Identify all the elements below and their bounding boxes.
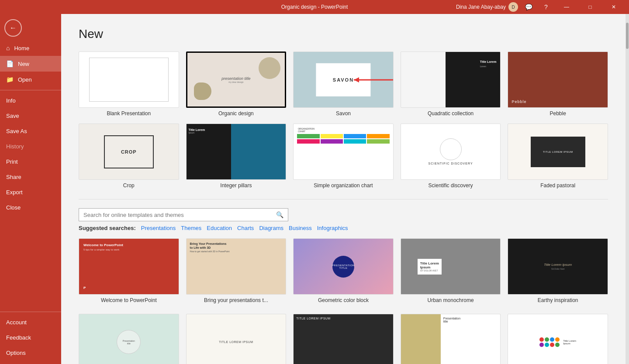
sidebar-item-open[interactable]: 📁 Open [0,72,61,87]
open-icon: 📁 [6,76,14,83]
search-section: 🔍 Suggested searches: Presentations Them… [79,208,608,231]
template-botanical[interactable]: Presentationtitle Botanical [79,314,179,364]
sidebar-divider-2 [0,312,61,312]
organic-circle1 [259,57,280,79]
suggested-business[interactable]: Business [289,225,312,231]
template-colorful[interactable]: Title LoremIpsum Colorful [508,314,608,364]
template-thumb-scientific: SCIENTIFIC DISCOVERY [401,124,501,180]
sidebar-item-label: Open [18,76,32,83]
template-scientific[interactable]: SCIENTIFIC DISCOVERY Scientific discover… [401,124,501,189]
suggested-infographics[interactable]: Infographics [317,225,348,231]
search-input[interactable] [83,212,276,218]
organic-text: presentation title [221,76,250,81]
sidebar-item-options[interactable]: Options [0,345,61,361]
dot-cyan [545,343,549,347]
template-thumb-pres: Presentationtitle [401,314,501,364]
template-crop[interactable]: CROP Crop [79,124,179,189]
organic-circle2 [194,82,211,100]
template-label-savon: Savon [293,110,394,117]
close-label: Close [6,204,21,211]
arrow-indicator [349,76,394,84]
sidebar-item-save[interactable]: Save [0,108,61,124]
template-label-blank: Blank Presentation [79,110,179,117]
suggested-searches: Suggested searches: Presentations Themes… [79,225,608,231]
template-faded[interactable]: TITLE LOREM IPSUM Faded pastoral [508,124,608,189]
scroll-thumb[interactable] [626,23,629,49]
feedback-label: Feedback [6,334,31,341]
template-earthy[interactable]: Title Lorem Ipsum Sit Dolor Avet Earthy … [508,238,608,303]
welcome-title: Welcome to PowerPoint [83,243,123,247]
back-button[interactable]: ← [4,19,22,37]
template-dog[interactable]: TITLE LOREM IPSUM Dark [293,314,394,364]
sidebar-item-info[interactable]: Info [0,93,61,108]
minimize-button[interactable]: — [556,0,577,14]
geo-text: PRESENTATIONTITLE [332,264,355,269]
pres-inner: Presentationtitle [441,314,501,364]
faded-dark: TITLE LOREM IPSUM [531,137,585,167]
sidebar-item-new[interactable]: 📄 New [0,56,61,72]
template-quadratic[interactable]: Title Lorem Lorem Quadratic collection [401,52,501,117]
dot-red2 [550,343,554,347]
suggested-themes[interactable]: Themes [181,225,201,231]
help-icon[interactable]: ? [539,0,553,14]
template-pebble[interactable]: Pebble Pebble [508,52,608,117]
suggested-education[interactable]: Education [207,225,232,231]
sidebar-item-close[interactable]: Close [0,200,61,215]
template-welcome[interactable]: Welcome to PowerPoint 5 tips for a simpl… [79,238,179,303]
template-integer[interactable]: Title Lorem Ipsum Integer pillars [186,124,287,189]
close-button[interactable]: ✕ [604,0,624,14]
user-name: Dina Jane Abay-abay [456,4,506,10]
scrollbar[interactable] [626,14,629,364]
sidebar-item-account[interactable]: Account [0,315,61,330]
sidebar-item-print[interactable]: Print [0,154,61,169]
main-content: New Blank Presentation presentation titl… [61,14,626,364]
3d-title2: to Life with 3D [190,246,211,249]
3d-title: Bring Your Presentations [190,242,227,245]
maximize-button[interactable]: □ [580,0,600,14]
template-label-crop: Crop [79,182,179,189]
template-label-urban: Urban monochrome [401,297,501,303]
template-thumb-savon: SAVON [293,52,394,108]
colorful-dots [539,337,560,347]
export-label: Export [6,189,23,196]
welcome-sub: 5 tips for a simpler way to work [83,248,119,251]
search-icon[interactable]: 🔍 [276,211,283,218]
app-body: ← ⌂ Home 📄 New 📁 Open Info Save Save As … [0,14,629,364]
template-pres-title[interactable]: Presentationtitle Presentation title [401,314,501,364]
sidebar-item-export[interactable]: Export [0,185,61,200]
template-savon[interactable]: SAVON Savon [293,52,394,117]
template-urban[interactable]: Title Lorem Ipsum SIT DOLOR AVET Urban m… [401,238,501,303]
suggested-charts[interactable]: Charts [237,225,254,231]
suggested-label: Suggested searches: [79,225,136,231]
sidebar-item-share[interactable]: Share [0,169,61,185]
3d-sub: How to get started with 3D in PowerPoint [190,250,230,253]
sidebar-item-save-as[interactable]: Save As [0,124,61,139]
search-bar[interactable]: 🔍 [79,208,288,221]
botanical-circle: Presentationtitle [117,330,141,354]
template-geometric[interactable]: PRESENTATIONTITLE Geometric color block [293,238,394,303]
template-blank[interactable]: Blank Presentation [79,52,179,117]
sidebar-item-history[interactable]: History [0,139,61,154]
faded-text: TITLE LOREM IPSUM [543,151,573,153]
suggested-diagrams[interactable]: Diagrams [259,225,283,231]
blank-inner [89,58,169,102]
svg-marker-1 [354,77,359,82]
template-label-organic: Organic design [186,110,287,117]
comments-icon[interactable]: 💬 [522,0,536,14]
template-lines[interactable]: TITLE LOREM IPSUM Lines [186,314,287,364]
template-organic[interactable]: presentation title my dear design Organi… [186,52,287,117]
urban-title2: Ipsum [420,265,439,269]
template-thumb-3d: Bring Your Presentations to Life with 3D… [186,238,287,295]
sidebar-item-home[interactable]: ⌂ Home [0,40,61,56]
template-label-faded: Faded pastoral [508,182,608,189]
user-info[interactable]: Dina Jane Abay-abay D [456,2,518,12]
template-thumb-earthy: Title Lorem Ipsum Sit Dolor Avet [508,238,608,295]
template-3d[interactable]: Bring Your Presentations to Life with 3D… [186,238,287,303]
suggested-presentations[interactable]: Presentations [141,225,176,231]
sidebar-item-feedback[interactable]: Feedback [0,330,61,345]
sidebar-item-label: Home [14,45,29,52]
template-org[interactable]: ORGANIZATIONCHART Simple o [293,124,394,189]
sci-circle [440,138,462,160]
integer-text: Title Lorem Ipsum [189,128,205,134]
dot-blue [550,337,554,342]
